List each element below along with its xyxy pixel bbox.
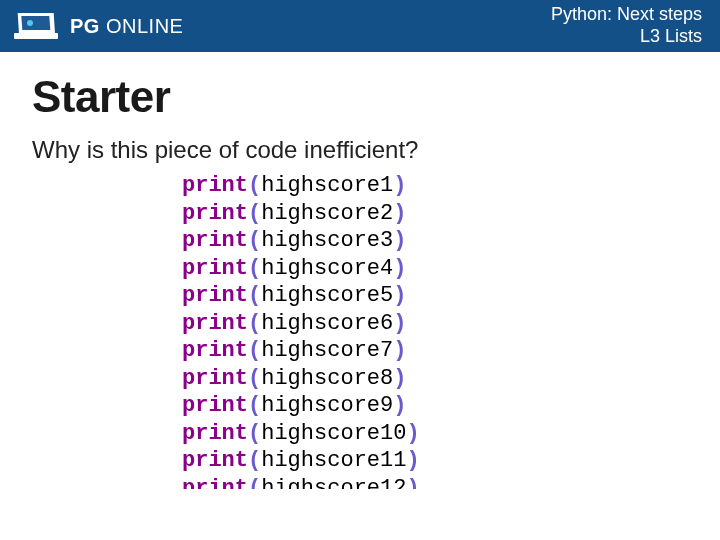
- code-line: print(highscore2): [182, 200, 688, 228]
- svg-point-3: [27, 20, 33, 26]
- code-line: print(highscore11): [182, 447, 688, 475]
- code-line: print(highscore1): [182, 172, 688, 200]
- course-title: Python: Next steps: [551, 4, 702, 26]
- question-text: Why is this piece of code inefficient?: [32, 136, 688, 164]
- brand-text: PG ONLINE: [70, 15, 183, 38]
- header-titles: Python: Next steps L3 Lists: [551, 4, 702, 47]
- code-line: print(highscore7): [182, 337, 688, 365]
- logo-area: PG ONLINE: [12, 11, 183, 41]
- code-line: print(highscore4): [182, 255, 688, 283]
- svg-marker-1: [19, 16, 52, 30]
- code-line: print(highscore3): [182, 227, 688, 255]
- laptop-icon: [12, 11, 60, 41]
- code-line: print(highscore10): [182, 420, 688, 448]
- svg-rect-2: [14, 33, 58, 39]
- brand-online: ONLINE: [100, 15, 184, 37]
- brand-pg: PG: [70, 15, 100, 37]
- code-line: print(highscore12): [182, 475, 688, 489]
- page-title: Starter: [32, 72, 688, 122]
- code-line: print(highscore6): [182, 310, 688, 338]
- slide-header: PG ONLINE Python: Next steps L3 Lists: [0, 0, 720, 52]
- slide-content: Starter Why is this piece of code ineffi…: [0, 52, 720, 489]
- code-block: print(highscore1) print(highscore2) prin…: [182, 172, 688, 489]
- lesson-title: L3 Lists: [551, 26, 702, 48]
- code-line: print(highscore9): [182, 392, 688, 420]
- code-line: print(highscore5): [182, 282, 688, 310]
- code-line: print(highscore8): [182, 365, 688, 393]
